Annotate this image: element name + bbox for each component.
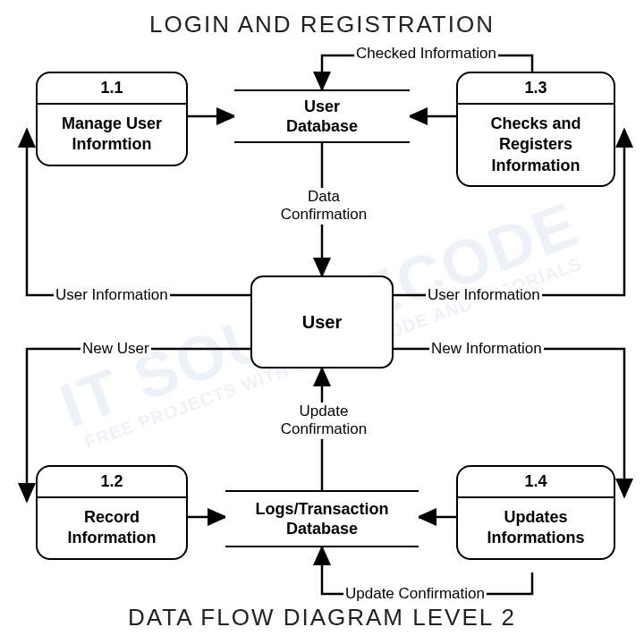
flow-new-info: New Information — [429, 340, 544, 358]
process-label: Manage UserInformtion — [38, 105, 186, 165]
title-bottom: DATA FLOW DIAGRAM LEVEL 2 — [0, 604, 644, 631]
process-1-3: 1.3 Checks andRegistersInformation — [456, 72, 615, 187]
process-id: 1.3 — [458, 73, 614, 105]
datastore-user-db: UserDatabase — [234, 89, 410, 143]
process-id: 1.2 — [38, 467, 186, 498]
datastore-logs-db: Logs/TransactionDatabase — [225, 490, 419, 547]
process-id: 1.1 — [38, 73, 186, 105]
flow-user-info-left: User Information — [54, 286, 170, 304]
flow-data-confirm: DataConfirmation — [273, 188, 375, 225]
process-label: RecordInformation — [38, 498, 186, 558]
flow-user-info-right: User Information — [426, 286, 542, 304]
flow-checked-info: Checked Information — [354, 45, 498, 63]
process-1-4: 1.4 UpdatesInformations — [456, 465, 615, 560]
process-label: Checks andRegistersInformation — [458, 105, 614, 185]
flow-update-confirm-bottom: Update Confirmation — [343, 585, 487, 603]
entity-user: User — [250, 275, 394, 369]
process-1-2: 1.2 RecordInformation — [36, 465, 188, 560]
process-id: 1.4 — [458, 467, 614, 498]
flow-update-confirm-mid: UpdateConfirmation — [270, 402, 377, 439]
process-1-1: 1.1 Manage UserInformtion — [36, 72, 188, 166]
process-label: UpdatesInformations — [458, 498, 614, 558]
flow-new-user: New User — [80, 340, 151, 358]
title-top: LOGIN AND REGISTRATION — [0, 11, 644, 38]
